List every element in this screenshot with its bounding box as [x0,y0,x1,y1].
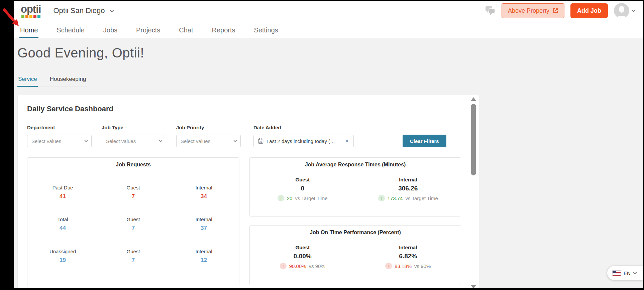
avatar [614,3,629,18]
filter-label: Job Priority [176,125,241,130]
chevron-down-icon [110,8,114,12]
chevron-down-icon [631,8,635,12]
nav-item-jobs[interactable]: Jobs [103,26,118,38]
chevron-down-icon [633,270,637,274]
stat-total: Total 44 [27,216,98,232]
table-row: Unassigned 19 Guest 7 Internal 12 [27,249,239,264]
stat-unassigned-internal: Internal 12 [169,249,239,264]
on-time-stats: Guest 0.00% ↓ 90.00% vs 90% Internal [250,245,461,269]
filter-job-type: Job Type Select values [102,125,166,147]
page-title: Good Evening, Optii! [17,45,643,60]
filter-label: Job Type [102,125,166,130]
filters-row: Department Select values Job Type Select… [27,125,469,147]
logo-wordmark: optii [21,4,41,14]
external-link-icon [553,8,558,13]
filter-label: Date Added [253,125,354,130]
scroll-down-arrow-icon[interactable] [471,285,476,289]
header-divider [47,4,47,17]
date-added-field[interactable]: 31 Last 2 days including today (… ✕ [253,135,354,147]
arrow-down-icon: ↓ [278,195,284,201]
tab-service[interactable]: Service [17,74,38,87]
svg-text:31: 31 [259,141,262,143]
stat-guest-response: Guest 0 ↓ 20 vs Target Time [250,177,355,201]
above-property-button[interactable]: Above Property [502,3,564,18]
clear-filters-button[interactable]: Clear Filters [403,135,446,147]
department-select[interactable]: Select values [27,135,92,147]
metric-cards-row: Job Requests Past Due 41 Guest 7 [27,157,469,285]
chat-bubbles-icon[interactable] [485,6,496,16]
scroll-up-arrow-icon[interactable] [471,97,476,101]
stat-unassigned-guest: Guest 7 [98,249,169,264]
above-property-label: Above Property [508,7,549,14]
tab-housekeeping[interactable]: Housekeeping [49,74,87,87]
response-times-stats: Guest 0 ↓ 20 vs Target Time Internal [250,177,461,201]
response-times-card: Job Average Response Times (Minutes) Gue… [249,157,461,216]
app-window: optii Optii San Diego Above Property [14,1,643,288]
table-row: Total 44 Guest 7 Internal 37 [27,216,239,232]
stat-guest-on-time: Guest 0.00% ↓ 90.00% vs 90% [250,245,355,269]
optii-logo[interactable]: optii [21,4,41,18]
right-cards-column: Job Average Response Times (Minutes) Gue… [249,157,461,285]
property-selector[interactable]: Optii San Diego [53,6,113,15]
logo-color-squares [21,15,40,18]
nav-item-projects[interactable]: Projects [135,26,161,38]
dashboard-title: Daily Service Dashboard [27,105,469,113]
top-bar-actions: Above Property Add Job [485,3,635,18]
card-title: Job On Time Performance (Percent) [250,226,461,236]
stat-unassigned: Unassigned 19 [27,249,98,264]
stat-past-due: Past Due 41 [27,185,98,200]
calendar-icon: 31 [258,138,263,144]
add-job-button[interactable]: Add Job [570,3,608,18]
card-title: Job Average Response Times (Minutes) [250,158,461,168]
stat-internal-response: Internal 306.26 ↓ 173.74 vs Target Time [355,177,461,201]
filter-department: Department Select values [27,125,92,147]
daily-service-dashboard: Daily Service Dashboard Department Selec… [17,94,479,290]
job-requests-grid: Past Due 41 Guest 7 Internal 34 [27,168,239,285]
main-nav: Home Schedule Jobs Projects Chat Reports… [14,21,643,38]
chevron-down-icon [85,139,88,142]
on-time-performance-card: Job On Time Performance (Percent) Guest … [249,225,461,285]
stat-past-due-internal: Internal 34 [169,185,239,200]
nav-item-reports[interactable]: Reports [211,26,236,38]
job-priority-select[interactable]: Select values [176,135,241,147]
filter-label: Department [27,125,92,130]
stat-past-due-guest: Guest 7 [98,185,169,200]
stat-internal-on-time: Internal 6.82% ↓ 83.18% vs 90% [355,245,461,269]
language-code: EN [624,270,631,276]
arrow-down-icon: ↓ [280,263,287,269]
us-flag-icon [613,271,621,276]
stat-total-guest: Guest 7 [98,216,169,232]
stat-total-internal: Internal 37 [169,216,239,232]
chevron-down-icon [234,139,237,142]
job-type-select[interactable]: Select values [102,135,166,147]
filter-job-priority: Job Priority Select values [176,125,241,147]
arrow-down-icon: ↓ [385,263,392,269]
top-bar: optii Optii San Diego Above Property [14,1,643,21]
vertical-scrollbar[interactable] [469,95,478,290]
date-range-value: Last 2 days including today (… [266,138,341,144]
job-requests-card: Job Requests Past Due 41 Guest 7 [27,157,239,285]
property-name: Optii San Diego [53,6,105,15]
language-selector[interactable]: EN [607,266,643,280]
nav-item-settings[interactable]: Settings [253,26,279,38]
table-row: Past Due 41 Guest 7 Internal 34 [27,185,239,200]
nav-item-chat[interactable]: Chat [178,26,194,38]
user-menu[interactable] [614,3,635,18]
filter-date-added: Date Added 31 Last 2 days including toda… [253,125,354,147]
screenshot-left-black-bar [0,1,14,288]
scrollbar-thumb[interactable] [471,104,476,175]
card-title: Job Requests [27,158,239,168]
clear-date-icon[interactable]: ✕ [344,138,349,144]
dashboard-view-tabs: Service Housekeeping [17,74,87,87]
arrow-down-icon: ↓ [378,195,385,201]
page-content: Good Evening, Optii! Service Housekeepin… [14,38,643,290]
nav-item-home[interactable]: Home [19,26,38,38]
nav-item-schedule[interactable]: Schedule [56,26,85,38]
chevron-down-icon [159,139,163,142]
